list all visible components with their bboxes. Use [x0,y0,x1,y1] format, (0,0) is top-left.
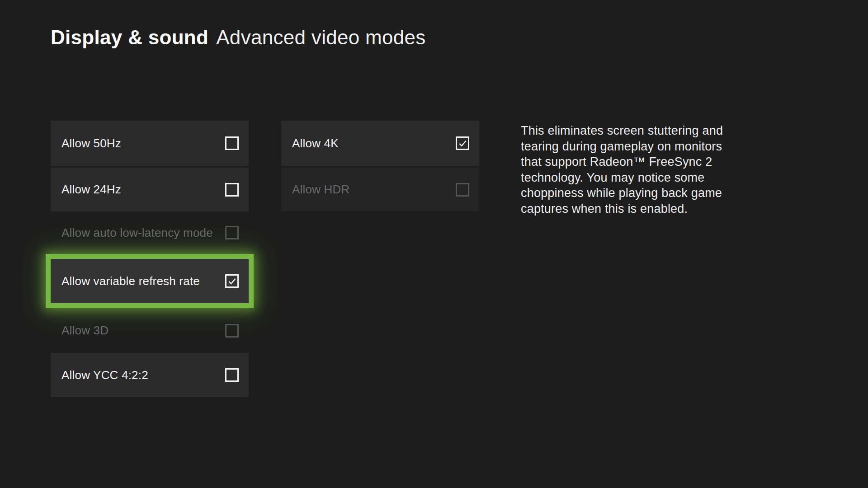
checkbox-icon[interactable] [225,368,239,382]
toggle-allow-hdr: Allow HDR [281,168,479,211]
video-modes-column-2: Allow 4K Allow HDR [281,121,479,211]
toggle-allow-50hz[interactable]: Allow 50Hz [51,121,249,166]
checkbox-icon[interactable] [225,136,239,150]
checkbox-icon[interactable] [225,183,239,197]
toggle-allow-ycc-422[interactable]: Allow YCC 4:2:2 [51,353,249,397]
setting-description: This eliminates screen stuttering and te… [521,123,742,216]
section-title: Display & sound [51,26,208,48]
page-subtitle: Advanced video modes [216,26,425,48]
video-modes-column-1: Allow 50Hz Allow 24Hz Allow auto low-lat… [51,121,249,397]
checkbox-icon[interactable] [225,274,239,288]
toggle-label: Allow 24Hz [61,183,121,197]
toggle-label: Allow auto low-latency mode [61,226,213,240]
toggle-label: Allow 4K [292,136,339,150]
checkbox-icon[interactable] [456,136,469,150]
page-header: Display & soundAdvanced video modes [51,26,426,49]
toggle-allow-variable-refresh-rate[interactable]: Allow variable refresh rate [46,254,254,308]
checkbox-icon [456,183,469,197]
toggle-label: Allow HDR [292,183,349,197]
toggle-allow-24hz[interactable]: Allow 24Hz [51,168,249,211]
checkbox-icon [225,324,239,338]
toggle-label: Allow 3D [61,324,108,338]
toggle-allow-3d: Allow 3D [51,310,249,351]
checkmark-icon [227,276,237,286]
toggle-label: Allow YCC 4:2:2 [61,368,148,382]
toggle-label: Allow variable refresh rate [61,274,200,288]
page-title: Display & soundAdvanced video modes [51,26,426,49]
toggle-label: Allow 50Hz [61,136,121,150]
toggle-allow-4k[interactable]: Allow 4K [281,121,479,166]
toggle-allow-auto-low-latency-mode: Allow auto low-latency mode [51,213,249,252]
checkbox-icon [225,226,239,239]
checkmark-icon [458,138,468,149]
